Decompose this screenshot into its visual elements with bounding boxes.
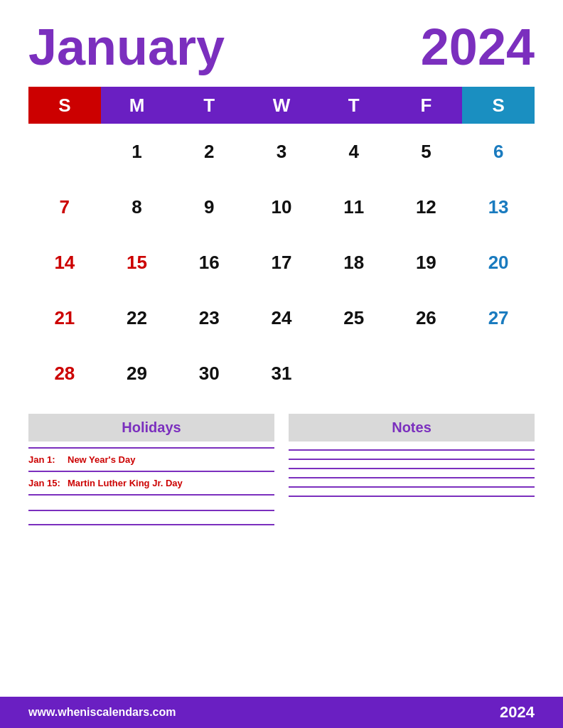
calendar-cell: 16 — [173, 235, 245, 290]
calendar-cell: 29 — [101, 346, 173, 401]
calendar-cell: 3 — [245, 124, 318, 179]
day-header-sun: S — [28, 87, 101, 124]
note-line-4 — [289, 477, 535, 478]
calendar-cell — [28, 124, 101, 179]
calendar-cell: 28 — [28, 346, 101, 401]
calendar-cell: 13 — [462, 179, 535, 235]
day-header-mon: M — [101, 87, 173, 124]
holiday-name-1: New Year's Day — [68, 454, 135, 465]
calendar-cell: 26 — [390, 290, 463, 346]
calendar-cell: 6 — [462, 124, 535, 179]
calendar-cell: 18 — [318, 235, 390, 290]
calendar-cell: 22 — [101, 290, 173, 346]
calendar-cell: 9 — [173, 179, 245, 235]
calendar-wrapper: S M T W T F S 12345678910111213141516171… — [28, 87, 535, 401]
calendar-cell: 21 — [28, 290, 101, 346]
calendar-cell: 17 — [245, 235, 318, 290]
calendar-cell: 25 — [318, 290, 390, 346]
calendar-cell: 27 — [462, 290, 535, 346]
holiday-date-1: Jan 1: — [28, 454, 68, 465]
holiday-line-3 — [28, 494, 274, 496]
day-header-wed: W — [245, 87, 318, 124]
calendar-cell: 10 — [245, 179, 318, 235]
calendar-cell: 24 — [245, 290, 318, 346]
holiday-entry-2: Jan 15: Martin Luther King Jr. Day — [28, 476, 274, 490]
note-line-5 — [289, 486, 535, 488]
calendar-cell: 31 — [245, 346, 318, 401]
calendar-cell — [390, 346, 463, 401]
holiday-entry-1: Jan 1: New Year's Day — [28, 453, 274, 466]
calendar-cell: 14 — [28, 235, 101, 290]
holiday-line-4 — [28, 510, 274, 511]
calendar-row: 28293031 — [28, 346, 535, 401]
holiday-line-top — [28, 447, 274, 449]
notes-header: Notes — [289, 414, 535, 441]
notes-box: Notes — [289, 414, 535, 530]
note-line-2 — [289, 459, 535, 460]
bottom-section: Holidays Jan 1: New Year's Day Jan 15: M… — [28, 414, 535, 530]
year-title: 2024 — [421, 21, 535, 73]
footer-year: 2024 — [500, 703, 535, 722]
calendar-cell — [462, 346, 535, 401]
calendar-cell — [318, 346, 390, 401]
calendar-page: January 2024 S M T W T F S 1234567891011… — [0, 0, 563, 728]
calendar-cell: 7 — [28, 179, 101, 235]
header: January 2024 — [28, 21, 535, 73]
note-line-3 — [289, 468, 535, 469]
calendar-cell: 19 — [390, 235, 463, 290]
holidays-box: Holidays Jan 1: New Year's Day Jan 15: M… — [28, 414, 274, 530]
calendar-cell: 30 — [173, 346, 245, 401]
calendar-cell: 4 — [318, 124, 390, 179]
calendar-table: S M T W T F S 12345678910111213141516171… — [28, 87, 535, 401]
holiday-date-2: Jan 15: — [28, 478, 68, 488]
calendar-row: 21222324252627 — [28, 290, 535, 346]
day-header-tue: T — [173, 87, 245, 124]
calendar-cell: 8 — [101, 179, 173, 235]
footer: www.wheniscalendars.com 2024 — [0, 697, 563, 728]
calendar-cell: 23 — [173, 290, 245, 346]
note-line-6 — [289, 496, 535, 497]
calendar-cell: 12 — [390, 179, 463, 235]
note-line-1 — [289, 449, 535, 451]
holiday-line-2 — [28, 471, 274, 472]
day-header-fri: F — [390, 87, 463, 124]
calendar-cell: 11 — [318, 179, 390, 235]
holidays-header: Holidays — [28, 414, 274, 441]
calendar-row: 78910111213 — [28, 179, 535, 235]
calendar-header-row: S M T W T F S — [28, 87, 535, 124]
calendar-row: 14151617181920 — [28, 235, 535, 290]
calendar-cell: 5 — [390, 124, 463, 179]
month-title: January — [28, 21, 225, 73]
holiday-line-5 — [28, 524, 274, 525]
holiday-name-2: Martin Luther King Jr. Day — [68, 478, 183, 488]
calendar-row: 123456 — [28, 124, 535, 179]
day-header-thu: T — [318, 87, 390, 124]
calendar-cell: 2 — [173, 124, 245, 179]
footer-url: www.wheniscalendars.com — [28, 706, 176, 719]
calendar-cell: 15 — [101, 235, 173, 290]
calendar-cell: 1 — [101, 124, 173, 179]
day-header-sat: S — [462, 87, 535, 124]
calendar-cell: 20 — [462, 235, 535, 290]
